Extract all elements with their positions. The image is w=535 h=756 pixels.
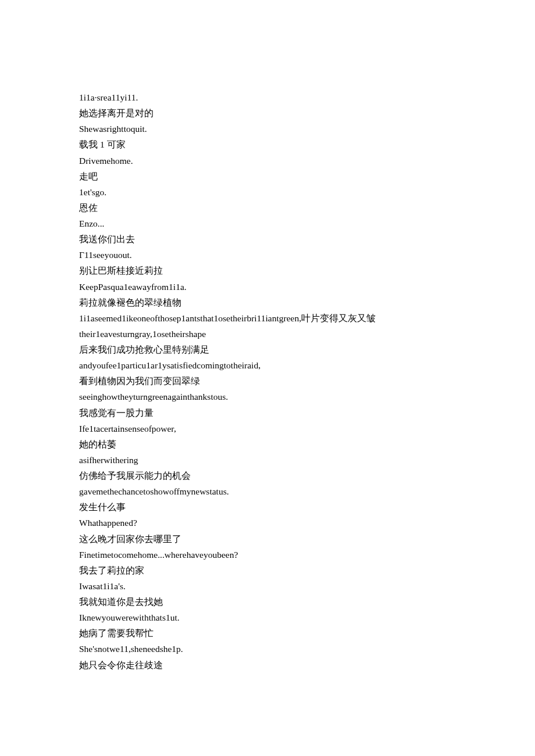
text-line: 我送你们出去 — [79, 231, 535, 247]
text-line: Ife1tacertainsenseofpower, — [79, 421, 535, 436]
text-line: 她选择离开是对的 — [79, 105, 535, 121]
text-line: 别让巴斯桂接近莉拉 — [79, 263, 535, 278]
text-line: their1eavesturngray,1osetheirshape — [79, 326, 535, 342]
text-line: Finetimetocomehome...wherehaveyoubeen? — [79, 547, 535, 562]
text-line: Shewasrighttoquit. — [79, 121, 535, 137]
text-line: 走吧 — [79, 169, 535, 184]
text-line: andyoufee1particu1ar1ysatisfiedcomingtot… — [79, 357, 535, 373]
text-line: Iwasat1i1a's. — [79, 578, 535, 594]
text-line: 她的枯萎 — [79, 436, 535, 452]
text-line: 后来我们成功抢救心里特别满足 — [79, 342, 535, 357]
text-line: KeepPasqua1eawayfrom1i1a. — [79, 279, 535, 295]
text-line: 我去了莉拉的家 — [79, 562, 535, 578]
text-line: 恩佐 — [79, 200, 535, 216]
text-line: asifherwithering — [79, 452, 535, 468]
document-body: 1i1a·srea11yi11.她选择离开是对的Shewasrighttoqui… — [79, 89, 535, 673]
text-line: 仿佛给予我展示能力的机会 — [79, 468, 535, 483]
text-line: 1i1aseemed1ikeoneofthosep1antsthat1oseth… — [79, 310, 535, 326]
text-line: 这么晚才回家你去哪里了 — [79, 531, 535, 547]
text-line: seeinghowtheyturngreenagainthankstous. — [79, 389, 535, 404]
text-line: 1i1a·srea11yi11. — [79, 89, 535, 105]
text-line: 看到植物因为我们而变回翠绿 — [79, 373, 535, 389]
text-line: Enzo... — [79, 216, 535, 231]
text-line: 莉拉就像褪色的翠绿植物 — [79, 295, 535, 310]
text-line: Drivemehome. — [79, 153, 535, 169]
text-line: Γ11seeyouout. — [79, 247, 535, 263]
text-line: 载我 1 可家 — [79, 137, 535, 152]
text-line: Iknewyouwerewiththats1ut. — [79, 610, 535, 625]
text-line: gavemethechancetoshowoffmynewstatus. — [79, 483, 535, 499]
text-line: 我感觉有一股力量 — [79, 405, 535, 421]
text-line: 我就知道你是去找她 — [79, 594, 535, 610]
text-line: 她只会令你走往歧途 — [79, 657, 535, 673]
text-line: Whathappened? — [79, 515, 535, 531]
text-line: 发生什么事 — [79, 499, 535, 515]
text-line: She'snotwe11,sheneedshe1p. — [79, 641, 535, 657]
text-line: 她病了需要我帮忙 — [79, 625, 535, 641]
text-line: 1et'sgo. — [79, 184, 535, 200]
